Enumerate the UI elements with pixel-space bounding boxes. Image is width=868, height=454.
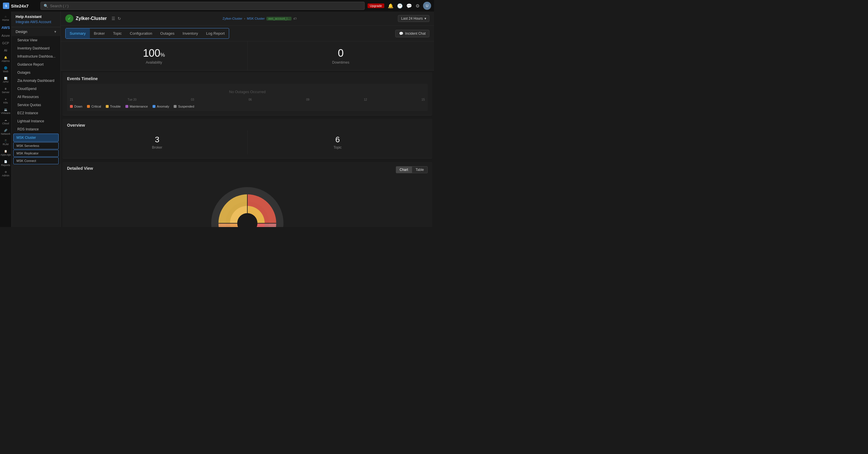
legend-suspended: Suspended: [174, 105, 194, 108]
cloud-icon: ☁: [4, 119, 7, 121]
sidebar-item-k8s[interactable]: ⎈ K8s: [0, 96, 11, 106]
breadcrumb: ✓ Zylker-Cluster ☰ ↻: [65, 15, 121, 23]
chart-view-button[interactable]: Chart: [396, 166, 412, 173]
sidebar-item-infrastructure-dashboard[interactable]: Infrastructure Dashboa...: [11, 52, 60, 60]
legend-suspended-dot: [174, 105, 177, 108]
sidebar-item-vmware[interactable]: 💻 VMware: [0, 106, 11, 116]
broker-stat: 3 Broker: [67, 131, 248, 154]
rum-icon: 📱: [4, 139, 7, 142]
tab-inventory[interactable]: Inventory: [179, 28, 202, 38]
sidebar-item-cloudspend[interactable]: CloudSpend: [11, 85, 60, 93]
sidebar-item-service-quotas[interactable]: Service Quotas: [11, 101, 60, 109]
chevron-down-icon: ▾: [425, 17, 426, 21]
stats-row: 100% Availability 0 Downtimes: [61, 41, 434, 70]
nav-items: Service View Inventory Dashboard Infrast…: [11, 36, 60, 164]
search-icon: 🔍: [43, 4, 48, 8]
sidebar-item-ec2[interactable]: EC2 Instance: [11, 109, 60, 117]
sidebar-item-cloud[interactable]: ☁ Cloud: [0, 117, 11, 127]
tab-broker[interactable]: Broker: [90, 28, 109, 38]
tag-icon: 🏷: [293, 17, 297, 20]
sidebar-item-home[interactable]: ⌂ Home: [0, 13, 11, 23]
breadcrumb-separator: ›: [244, 17, 245, 20]
availability-stat: 100% Availability: [61, 41, 248, 70]
tab-outages[interactable]: Outages: [156, 28, 179, 38]
sidebar-item-msk-connect[interactable]: MSK Connect: [13, 157, 59, 164]
sidebar-item-rds[interactable]: RDS Instance: [11, 125, 60, 133]
topic-stat: 6 Topic: [248, 131, 428, 154]
tab-summary[interactable]: Summary: [66, 28, 90, 38]
refresh-icon[interactable]: ↻: [118, 16, 121, 21]
donut-chart: [204, 180, 291, 227]
sidebar-item-applogs[interactable]: 📋 AppLogs: [0, 148, 11, 158]
detailed-view-title: Detailed View: [67, 166, 93, 171]
applogs-icon: 📋: [4, 150, 7, 153]
tab-configuration[interactable]: Configuration: [126, 28, 156, 38]
legend-down: Down: [70, 105, 82, 108]
sidebar-item-server[interactable]: 🖥 Server: [0, 86, 11, 95]
sidebar-item-inventory-dashboard[interactable]: Inventory Dashboard: [11, 44, 60, 52]
sidebar-item-aws[interactable]: AWS: [0, 24, 11, 31]
sidebar-item-alibaba[interactable]: Ali: [0, 47, 11, 54]
sidebar-item-outages[interactable]: Outages: [11, 68, 60, 77]
incident-chat-button[interactable]: 💬 Incident Chat: [395, 30, 429, 37]
alibaba-icon: Ali: [4, 49, 7, 52]
avatar[interactable]: U: [423, 2, 431, 10]
sidebar-item-admin[interactable]: ⚙ Admin: [0, 169, 11, 179]
sidebar-item-alarms[interactable]: 🔔 Alarms: [0, 54, 11, 64]
events-timeline-title: Events Timeline: [67, 76, 428, 81]
sidebar-item-azure[interactable]: Azure: [0, 32, 11, 39]
table-view-button[interactable]: Table: [412, 166, 428, 173]
sidebar-item-gcp[interactable]: GCP: [0, 39, 11, 47]
downtimes-label: Downtimes: [253, 60, 429, 64]
overview-title: Overview: [67, 123, 428, 127]
integrate-aws-link[interactable]: Integrate AWS Account: [16, 20, 56, 24]
axis-label-6: 15: [422, 98, 425, 101]
bell-icon[interactable]: 🔔: [388, 3, 394, 9]
chat-icon: 💬: [399, 31, 403, 35]
alarms-icon: 🔔: [4, 56, 7, 59]
sidebar-item-all-resources[interactable]: All Resources: [11, 93, 60, 101]
chat-icon[interactable]: 💬: [406, 3, 412, 9]
breadcrumb-root[interactable]: Zylker-Cluster: [222, 17, 242, 20]
sidebar-item-msk-cluster[interactable]: MSK Cluster: [13, 134, 59, 142]
menu-icon[interactable]: ☰: [112, 16, 115, 21]
help-section: Help Assistant Integrate AWS Account: [11, 11, 60, 27]
clock-icon[interactable]: 🕐: [397, 3, 403, 9]
sidebar-item-rum[interactable]: 📱 RUM: [0, 138, 11, 147]
sidebar-item-apm[interactable]: 📊 APM: [0, 75, 11, 85]
tab-topic[interactable]: Topic: [109, 28, 126, 38]
legend-down-dot: [70, 105, 73, 108]
sidebar-item-msk-serverless[interactable]: MSK Serverless: [13, 142, 59, 149]
axis-label-3: 06: [248, 98, 252, 101]
sidebar-item-msk-replicator[interactable]: MSK Replicator: [13, 150, 59, 157]
k8s-icon: ⎈: [5, 98, 6, 101]
sidebar-item-network[interactable]: 🔗 Network: [0, 127, 11, 137]
sidebar-item-web[interactable]: 🌐 Web: [0, 65, 11, 75]
sidebar-item-reports[interactable]: 📄 Reports: [0, 159, 11, 168]
main-layout: ⌂ Home AWS Azure GCP Ali 🔔 Alarms 🌐 Web …: [0, 11, 434, 227]
downtimes-stat: 0 Downtimes: [248, 41, 434, 70]
overview-section: Overview 3 Broker 6 Topic: [62, 119, 432, 159]
account-tag: aws_account_l...: [267, 17, 291, 21]
breadcrumb-path: Zylker-Cluster › MSK Cluster aws_account…: [222, 17, 296, 21]
axis-label-1: Tue 20: [128, 98, 137, 101]
sidebar-item-service-view[interactable]: Service View: [11, 36, 60, 44]
upgrade-badge: Upgrade: [368, 3, 384, 8]
sidebar-item-zia-anomaly[interactable]: Zia Anomaly Dashboard: [11, 77, 60, 85]
legend-anomaly: Anomaly: [153, 105, 169, 108]
vmware-icon: 💻: [4, 108, 7, 111]
timeline-legend: Down Critical Trouble Maintenance: [70, 105, 425, 108]
search-input[interactable]: [50, 4, 362, 8]
sidebar-item-lightsail[interactable]: Lightsail Instance: [11, 117, 60, 125]
search-bar[interactable]: 🔍: [40, 2, 365, 10]
broker-value: 3: [72, 135, 243, 144]
time-selector[interactable]: Last 24 Hours ▾: [398, 15, 429, 22]
no-outage-text: No Outages Occurred: [70, 87, 425, 97]
breadcrumb-child[interactable]: MSK Cluster: [247, 17, 265, 20]
sidebar-item-guidance-report[interactable]: Guidance Report: [11, 60, 60, 68]
axis-label-4: 09: [306, 98, 309, 101]
tab-log-report[interactable]: Log Report: [202, 28, 228, 38]
design-header[interactable]: Design ▾: [11, 27, 60, 36]
settings-icon[interactable]: ⚙: [415, 3, 420, 9]
cluster-title: Zylker-Cluster: [76, 16, 107, 21]
